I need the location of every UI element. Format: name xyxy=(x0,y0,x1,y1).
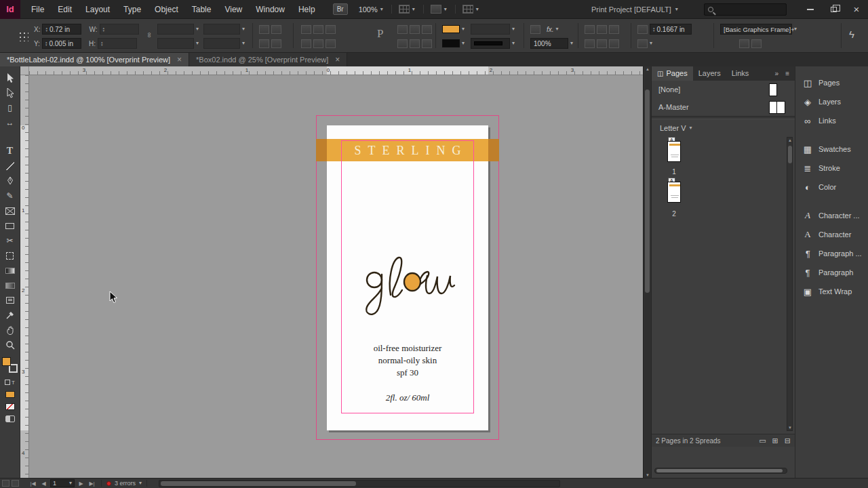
stroke-weight-field[interactable] xyxy=(471,24,510,35)
align-top-icon[interactable] xyxy=(397,39,408,48)
scrollbar-thumb[interactable] xyxy=(645,89,650,293)
quick-apply-icon[interactable] xyxy=(849,28,854,40)
fx-label[interactable]: fx. xyxy=(547,26,554,33)
selection-tool[interactable] xyxy=(2,70,18,85)
stroke-color-swatch[interactable] xyxy=(442,39,460,47)
panel-horizontal-scrollbar[interactable] xyxy=(654,468,787,474)
gradient-feather-tool[interactable] xyxy=(2,278,18,293)
restore-button[interactable] xyxy=(822,0,845,19)
page-number[interactable]: 2 xyxy=(660,210,688,218)
document-tab-box02[interactable]: *Box02.indd @ 25% [Overprint Preview] xyxy=(189,53,347,66)
chevron-down-icon[interactable] xyxy=(794,26,797,32)
horizontal-scrollbar[interactable] xyxy=(159,480,560,487)
flip-horizontal-icon[interactable] xyxy=(259,39,269,48)
stepper-icon[interactable] xyxy=(45,41,47,46)
glow-logo[interactable] xyxy=(361,241,456,323)
line-tool[interactable] xyxy=(2,159,18,174)
constrain-dimensions-icon[interactable] xyxy=(140,33,154,39)
chevron-down-icon[interactable] xyxy=(650,41,652,46)
drop-shadow-icon[interactable] xyxy=(530,25,540,34)
free-transform-tool[interactable] xyxy=(2,248,18,263)
delete-page-icon[interactable] xyxy=(785,436,791,445)
scroll-up-icon[interactable]: ▲ xyxy=(787,138,793,142)
stepper-icon[interactable] xyxy=(45,26,47,32)
y-position-field[interactable]: 0.005 in xyxy=(42,38,81,49)
embed-icon[interactable] xyxy=(313,39,323,48)
fit-frame-icon[interactable] xyxy=(597,25,607,34)
dock-item-character-styles[interactable]: Character ... xyxy=(795,206,868,225)
center-content-icon[interactable] xyxy=(609,25,619,34)
relink-icon[interactable] xyxy=(326,39,336,48)
chevron-down-icon[interactable] xyxy=(570,41,573,46)
no-text-wrap-icon[interactable] xyxy=(585,39,595,48)
select-previous-icon[interactable] xyxy=(326,25,336,34)
height-field[interactable] xyxy=(98,38,137,49)
edit-page-size-icon[interactable] xyxy=(759,436,766,445)
fit-content-icon[interactable] xyxy=(585,25,595,34)
dock-item-color[interactable]: Color xyxy=(795,178,868,197)
document-tab-bottlelabel[interactable]: *BottleLabel-02.indd @ 100% [Overprint P… xyxy=(0,53,189,66)
dock-item-text-wrap[interactable]: Text Wrap xyxy=(795,282,868,301)
align-center-icon[interactable] xyxy=(410,25,420,34)
master-a-row[interactable]: A-Master xyxy=(652,98,795,116)
last-page-icon[interactable] xyxy=(87,481,96,487)
tab-layers[interactable]: Layers xyxy=(693,66,726,81)
chevron-down-icon[interactable] xyxy=(556,26,559,32)
pencil-tool[interactable]: ✎ xyxy=(2,188,18,203)
close-icon[interactable] xyxy=(177,55,182,64)
chevron-down-icon[interactable] xyxy=(196,41,199,46)
stepper-icon[interactable] xyxy=(653,26,655,32)
formatting-container-icon[interactable] xyxy=(5,380,10,385)
gap-tool[interactable]: ↔ xyxy=(2,115,18,130)
ruler-origin-corner[interactable] xyxy=(20,66,29,75)
volume-text[interactable]: 2fl. oz/ 60ml xyxy=(327,392,488,403)
menu-help[interactable]: Help xyxy=(292,0,322,19)
dock-item-swatches[interactable]: Swatches xyxy=(795,140,868,159)
panel-menu-icon[interactable] xyxy=(785,70,789,77)
corner-shape-icon[interactable] xyxy=(637,25,648,34)
note-tool[interactable] xyxy=(2,293,18,308)
chevron-down-icon[interactable] xyxy=(462,41,465,46)
opacity-field[interactable]: 100% xyxy=(530,38,568,49)
object-style-select[interactable]: [Basic Graphics Frame]+ xyxy=(720,24,792,35)
rotate-ccw-icon[interactable] xyxy=(271,25,281,34)
align-bottom-icon[interactable] xyxy=(422,39,432,48)
first-page-icon[interactable] xyxy=(28,481,37,487)
dock-item-paragraph[interactable]: Paragraph xyxy=(795,263,868,282)
menu-file[interactable]: File xyxy=(24,0,51,19)
style-options-icon[interactable] xyxy=(751,39,762,48)
chevron-down-icon[interactable] xyxy=(196,26,199,32)
close-icon[interactable] xyxy=(335,55,340,64)
wrap-object-shape-icon[interactable] xyxy=(609,39,619,48)
wrap-bounding-box-icon[interactable] xyxy=(597,39,607,48)
fill-chip[interactable] xyxy=(2,357,11,366)
page-number-field[interactable]: 1 xyxy=(50,479,75,487)
page-1-thumbnail[interactable] xyxy=(667,141,681,162)
chevron-down-icon[interactable] xyxy=(242,41,245,46)
collapse-panel-icon[interactable] xyxy=(775,70,779,77)
rectangle-frame-tool[interactable] xyxy=(2,203,18,218)
scissors-tool[interactable]: ✂ xyxy=(2,233,18,248)
tab-pages[interactable]: Pages xyxy=(652,66,693,81)
page-thumbnails-area[interactable]: A 1 A 2 xyxy=(652,137,795,432)
page-tool[interactable]: ▯ xyxy=(2,100,18,115)
master-none-row[interactable]: [None] xyxy=(652,81,795,98)
rectangle-tool[interactable] xyxy=(2,218,18,233)
bridge-button[interactable]: Br xyxy=(333,3,348,15)
preview-spread-icon[interactable] xyxy=(12,480,19,487)
align-left-icon[interactable] xyxy=(397,25,408,34)
dock-item-character[interactable]: Character xyxy=(795,225,868,244)
previous-page-icon[interactable] xyxy=(39,481,48,487)
scale-y-field[interactable] xyxy=(157,38,194,49)
corner-radius-field[interactable]: 0.1667 in xyxy=(650,24,692,35)
zoom-level-select[interactable]: 100% xyxy=(359,5,383,14)
view-options-control[interactable] xyxy=(391,5,415,14)
scrollbar-thumb[interactable] xyxy=(656,469,783,472)
chevron-down-icon[interactable] xyxy=(512,26,515,32)
gradient-swatch-tool[interactable] xyxy=(2,263,18,278)
menu-window[interactable]: Window xyxy=(249,0,292,19)
shear-angle-field[interactable] xyxy=(203,38,240,49)
rotation-angle-field[interactable] xyxy=(203,24,240,35)
page-size-selector[interactable]: Letter V xyxy=(652,119,795,137)
document-page[interactable]: STERLING oil-free moisturize xyxy=(327,125,488,430)
